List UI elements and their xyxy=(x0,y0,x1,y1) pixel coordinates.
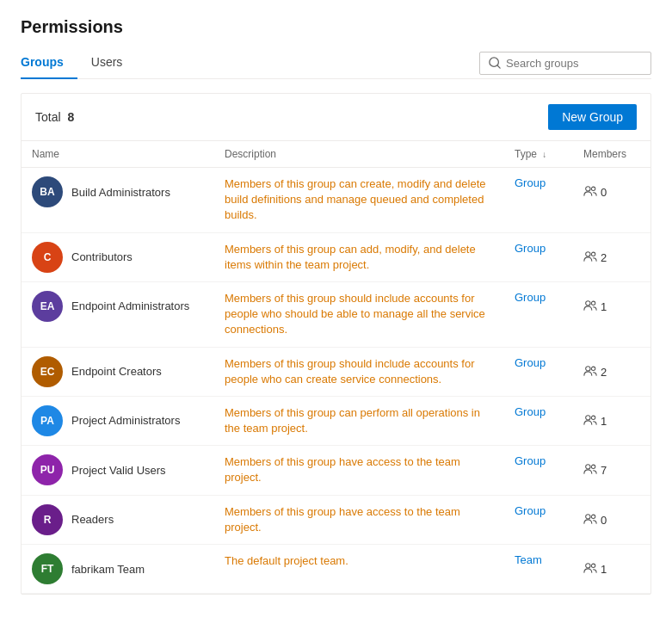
group-name-1[interactable]: Contributors xyxy=(71,250,133,263)
members-cell-1: 2 xyxy=(573,232,650,281)
table-row[interactable]: BA Build Administrators Members of this … xyxy=(22,168,650,233)
tab-groups[interactable]: Groups xyxy=(21,48,77,79)
search-box[interactable] xyxy=(479,52,651,75)
avatar-0: BA xyxy=(32,176,63,207)
groups-table: Name Description Type ↓ Members xyxy=(22,141,650,594)
type-cell-1: Group xyxy=(504,232,573,281)
avatar-7: FT xyxy=(32,553,63,584)
table-row[interactable]: C Contributors Members of this group can… xyxy=(22,232,650,281)
tabs-header: Groups Users xyxy=(21,47,651,79)
table-header-row: Name Description Type ↓ Members xyxy=(22,141,650,168)
svg-point-13 xyxy=(591,515,595,518)
members-cell-6: 0 xyxy=(573,495,650,544)
members-cell-4: 1 xyxy=(573,396,650,445)
type-cell-4: Group xyxy=(504,396,573,445)
member-count-5: 7 xyxy=(601,464,607,477)
avatar-2: EA xyxy=(32,291,63,322)
svg-point-8 xyxy=(586,416,590,420)
name-cell-1: C Contributors xyxy=(22,232,214,281)
description-cell-4: Members of this group can perform all op… xyxy=(214,396,504,445)
description-cell-6: Members of this group have access to the… xyxy=(214,495,504,544)
members-icon-2 xyxy=(583,299,597,314)
col-header-members: Members xyxy=(573,141,650,168)
member-count-7: 1 xyxy=(601,563,607,576)
member-count-4: 1 xyxy=(601,415,607,428)
table-row[interactable]: EC Endpoint Creators Members of this gro… xyxy=(22,347,650,396)
new-group-button[interactable]: New Group xyxy=(548,104,637,130)
group-name-3[interactable]: Endpoint Creators xyxy=(71,365,162,378)
type-cell-7: Team xyxy=(504,545,573,594)
content-area: Total 8 New Group Name Description Type … xyxy=(21,93,651,595)
table-row[interactable]: R Readers Members of this group have acc… xyxy=(22,495,650,544)
members-cell-0: 0 xyxy=(573,168,650,233)
members-icon-1 xyxy=(583,250,597,265)
tab-users[interactable]: Users xyxy=(91,48,137,79)
svg-point-4 xyxy=(586,301,590,306)
group-name-2[interactable]: Endpoint Administrators xyxy=(71,299,189,312)
group-name-4[interactable]: Project Administrators xyxy=(71,414,180,427)
table-row[interactable]: PU Project Valid Users Members of this g… xyxy=(22,446,650,495)
col-header-description: Description xyxy=(214,141,504,168)
members-icon-0 xyxy=(583,185,597,200)
member-count-0: 0 xyxy=(601,186,607,199)
members-icon-5 xyxy=(583,463,597,478)
type-cell-6: Group xyxy=(504,495,573,544)
description-cell-0: Members of this group can create, modify… xyxy=(214,168,504,233)
description-cell-3: Members of this group should include acc… xyxy=(214,347,504,396)
members-icon-6 xyxy=(583,513,597,528)
svg-point-6 xyxy=(586,366,590,370)
member-count-2: 1 xyxy=(601,300,607,313)
sort-icon: ↓ xyxy=(542,150,546,159)
members-cell-3: 2 xyxy=(573,347,650,396)
search-input[interactable] xyxy=(506,57,642,70)
name-cell-7: FT fabrikam Team xyxy=(22,545,214,594)
avatar-5: PU xyxy=(32,454,63,485)
group-name-7[interactable]: fabrikam Team xyxy=(71,563,145,576)
description-cell-2: Members of this group should include acc… xyxy=(214,281,504,347)
type-cell-0: Group xyxy=(504,168,573,233)
avatar-6: R xyxy=(32,504,63,535)
type-cell-5: Group xyxy=(504,446,573,495)
members-icon-3 xyxy=(583,365,597,380)
tabs-container: Groups Users xyxy=(21,47,150,78)
permissions-page: Permissions Groups Users Total 8 New Gro… xyxy=(0,0,672,642)
svg-point-0 xyxy=(586,187,590,191)
members-cell-5: 7 xyxy=(573,446,650,495)
avatar-1: C xyxy=(32,242,63,273)
group-name-0[interactable]: Build Administrators xyxy=(71,186,170,199)
svg-point-14 xyxy=(586,564,590,568)
col-header-type[interactable]: Type ↓ xyxy=(504,141,573,168)
total-count: 8 xyxy=(67,110,74,124)
table-row[interactable]: PA Project Administrators Members of thi… xyxy=(22,396,650,445)
name-cell-4: PA Project Administrators xyxy=(22,396,214,445)
svg-point-11 xyxy=(591,465,595,468)
description-cell-5: Members of this group have access to the… xyxy=(214,446,504,495)
table-row[interactable]: FT fabrikam Team The default project tea… xyxy=(22,545,650,594)
avatar-4: PA xyxy=(32,405,63,436)
members-cell-2: 1 xyxy=(573,281,650,347)
members-cell-7: 1 xyxy=(573,545,650,594)
table-toolbar: Total 8 New Group xyxy=(22,94,650,141)
page-title: Permissions xyxy=(21,17,651,37)
svg-point-3 xyxy=(591,252,595,256)
group-name-5[interactable]: Project Valid Users xyxy=(71,464,166,477)
name-cell-2: EA Endpoint Administrators xyxy=(22,281,214,347)
member-count-1: 2 xyxy=(601,251,607,264)
member-count-6: 0 xyxy=(601,514,607,527)
table-row[interactable]: EA Endpoint Administrators Members of th… xyxy=(22,281,650,347)
name-cell-0: BA Build Administrators xyxy=(22,168,214,233)
svg-point-15 xyxy=(591,564,595,567)
name-cell-6: R Readers xyxy=(22,495,214,544)
total-label: Total 8 xyxy=(35,110,74,124)
svg-point-10 xyxy=(586,465,590,469)
group-name-6[interactable]: Readers xyxy=(71,513,114,526)
description-cell-1: Members of this group can add, modify, a… xyxy=(214,232,504,281)
description-cell-7: The default project team. xyxy=(214,545,504,594)
svg-point-12 xyxy=(586,514,590,518)
name-cell-5: PU Project Valid Users xyxy=(22,446,214,495)
svg-point-5 xyxy=(591,301,595,305)
members-icon-4 xyxy=(583,414,597,429)
svg-point-9 xyxy=(591,416,595,419)
col-header-name: Name xyxy=(22,141,214,168)
type-cell-3: Group xyxy=(504,347,573,396)
